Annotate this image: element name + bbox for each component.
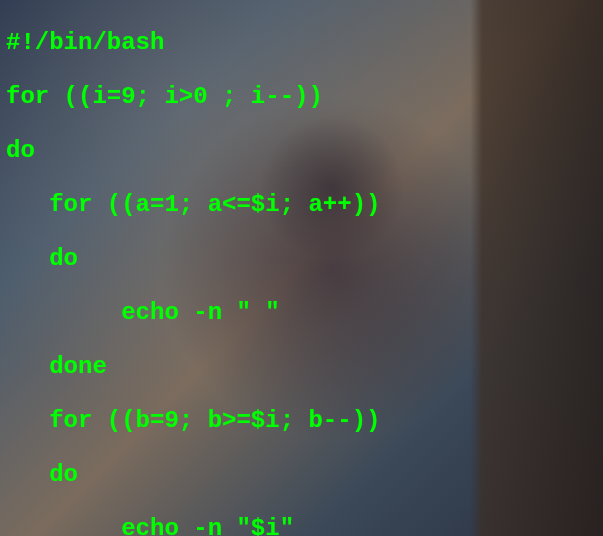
code-line: echo -n " " [6, 299, 597, 326]
code-line: done [6, 353, 597, 380]
code-line: for ((b=9; b>=$i; b--)) [6, 407, 597, 434]
code-line: do [6, 245, 597, 272]
code-line: echo -n "$i" [6, 515, 597, 536]
code-line: do [6, 137, 597, 164]
code-line: #!/bin/bash [6, 29, 597, 56]
code-line: for ((a=1; a<=$i; a++)) [6, 191, 597, 218]
editor-viewport[interactable]: #!/bin/bash for ((i=9; i>0 ; i--)) do fo… [0, 0, 603, 536]
code-line: for ((i=9; i>0 ; i--)) [6, 83, 597, 110]
code-line: do [6, 461, 597, 488]
